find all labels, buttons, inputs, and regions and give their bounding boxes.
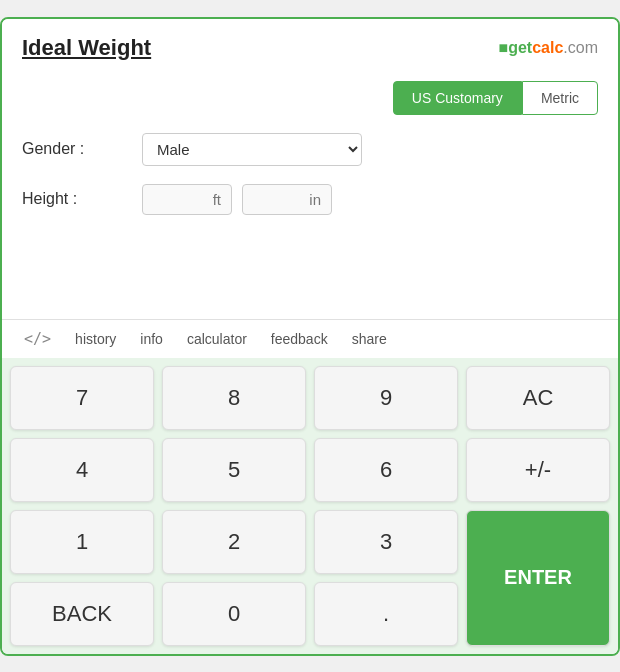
key-ac[interactable]: AC bbox=[466, 366, 610, 430]
key-plus-minus[interactable]: +/- bbox=[466, 438, 610, 502]
key-6[interactable]: 6 bbox=[314, 438, 458, 502]
key-9[interactable]: 9 bbox=[314, 366, 458, 430]
key-5[interactable]: 5 bbox=[162, 438, 306, 502]
nav-item-feedback[interactable]: feedback bbox=[259, 321, 340, 357]
app-title: Ideal Weight bbox=[22, 35, 151, 61]
height-label: Height : bbox=[22, 190, 142, 208]
logo-dot: .com bbox=[563, 39, 598, 56]
logo-icon: ■ bbox=[499, 39, 509, 56]
height-ft-input[interactable] bbox=[142, 184, 232, 215]
keypad-section: 7 8 9 AC 4 5 6 +/- 1 2 3 ENTER BACK 0 . bbox=[2, 358, 618, 654]
key-dot[interactable]: . bbox=[314, 582, 458, 646]
key-0[interactable]: 0 bbox=[162, 582, 306, 646]
key-7[interactable]: 7 bbox=[10, 366, 154, 430]
height-in-input[interactable] bbox=[242, 184, 332, 215]
calculator-container: Ideal Weight ■getcalc.com US Customary M… bbox=[0, 17, 620, 656]
key-1[interactable]: 1 bbox=[10, 510, 154, 574]
nav-item-share[interactable]: share bbox=[340, 321, 399, 357]
key-8[interactable]: 8 bbox=[162, 366, 306, 430]
key-2[interactable]: 2 bbox=[162, 510, 306, 574]
nav-bar: </> history info calculator feedback sha… bbox=[2, 319, 618, 358]
nav-item-code[interactable]: </> bbox=[12, 320, 63, 358]
logo-get: get bbox=[508, 39, 532, 56]
key-back[interactable]: BACK bbox=[10, 582, 154, 646]
nav-item-history[interactable]: history bbox=[63, 321, 128, 357]
enter-button[interactable]: ENTER bbox=[466, 510, 610, 646]
gender-label: Gender : bbox=[22, 140, 142, 158]
nav-item-calculator[interactable]: calculator bbox=[175, 321, 259, 357]
logo: ■getcalc.com bbox=[499, 39, 598, 57]
top-section: Ideal Weight ■getcalc.com US Customary M… bbox=[2, 19, 618, 319]
height-field-row: Height : bbox=[22, 184, 598, 215]
gender-select[interactable]: Male Female bbox=[142, 133, 362, 166]
us-customary-button[interactable]: US Customary bbox=[393, 81, 522, 115]
keypad-grid: 7 8 9 AC 4 5 6 +/- 1 2 3 ENTER BACK 0 . bbox=[10, 366, 610, 646]
key-4[interactable]: 4 bbox=[10, 438, 154, 502]
header-row: Ideal Weight ■getcalc.com bbox=[22, 35, 598, 61]
key-3[interactable]: 3 bbox=[314, 510, 458, 574]
gender-field-row: Gender : Male Female bbox=[22, 133, 598, 166]
height-inputs bbox=[142, 184, 332, 215]
unit-toggle: US Customary Metric bbox=[22, 81, 598, 115]
metric-button[interactable]: Metric bbox=[522, 81, 598, 115]
height-input-area bbox=[142, 184, 598, 215]
logo-calc: calc bbox=[532, 39, 563, 56]
gender-input-area: Male Female bbox=[142, 133, 598, 166]
nav-item-info[interactable]: info bbox=[128, 321, 175, 357]
